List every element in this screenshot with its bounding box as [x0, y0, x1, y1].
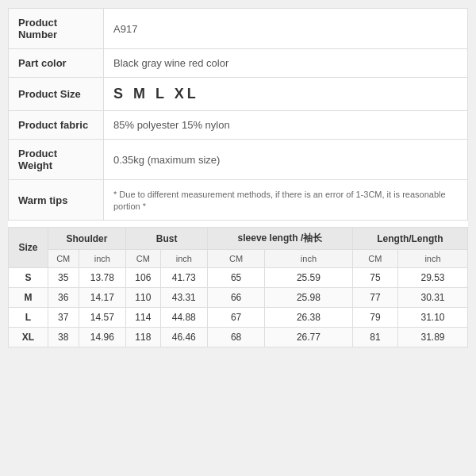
size-cell: L: [9, 308, 48, 328]
size-cell: 67: [208, 308, 265, 328]
size-cell: 31.89: [398, 328, 468, 347]
size-cell: S: [9, 268, 48, 288]
size-cell: 35: [48, 268, 79, 288]
size-cell: 79: [352, 308, 397, 328]
length-inch: inch: [398, 250, 468, 268]
size-cell: 14.17: [79, 288, 126, 308]
size-value: S M L XL: [113, 86, 199, 102]
shoulder-cm: CM: [48, 250, 79, 268]
info-value: * Due to different measurement methods, …: [104, 180, 468, 221]
unit-row: CM inch CM inch CM inch CM inch: [9, 250, 468, 268]
size-cell: 41.73: [160, 268, 208, 288]
bust-cm: CM: [126, 250, 160, 268]
size-cell: M: [9, 288, 48, 308]
size-cell: 14.57: [79, 308, 126, 328]
size-cell: 13.78: [79, 268, 126, 288]
size-cell: 68: [208, 328, 265, 347]
info-value: S M L XL: [104, 78, 468, 111]
info-row: Warm tips* Due to different measurement …: [9, 180, 468, 221]
size-data-row: S3513.7810641.736525.597529.53: [9, 268, 468, 288]
size-data-row: XL3814.9611846.466826.778131.89: [9, 328, 468, 347]
size-cell: 38: [48, 328, 79, 347]
col-shoulder-header: Shoulder: [48, 228, 125, 250]
size-cell: 26.77: [265, 328, 353, 347]
size-cell: 75: [352, 268, 397, 288]
info-row: Part colorBlack gray wine red color: [9, 49, 468, 78]
col-sleeve-header: sleeve length /袖长: [208, 228, 353, 250]
size-cell: 110: [126, 288, 160, 308]
shoulder-inch: inch: [79, 250, 126, 268]
size-cell: 25.59: [265, 268, 353, 288]
info-label: Product fabric: [9, 111, 104, 140]
info-label: Product Number: [9, 9, 104, 49]
size-cell: 46.46: [160, 328, 208, 347]
sleeve-cm: CM: [208, 250, 265, 268]
size-cell: 106: [126, 268, 160, 288]
info-value: A917: [104, 9, 468, 49]
size-cell: 114: [126, 308, 160, 328]
info-row: Product fabric85% polyester 15% nylon: [9, 111, 468, 140]
info-label: Product Weight: [9, 140, 104, 180]
size-cell: 44.88: [160, 308, 208, 328]
size-cell: 25.98: [265, 288, 353, 308]
info-label: Part color: [9, 49, 104, 78]
bust-inch: inch: [160, 250, 208, 268]
size-cell: 30.31: [398, 288, 468, 308]
info-value: Black gray wine red color: [104, 49, 468, 78]
length-cm: CM: [352, 250, 397, 268]
size-cell: 29.53: [398, 268, 468, 288]
size-cell: 77: [352, 288, 397, 308]
size-cell: 66: [208, 288, 265, 308]
warm-tips-value: * Due to different measurement methods, …: [113, 190, 446, 211]
size-cell: 65: [208, 268, 265, 288]
size-chart-table: Size Shoulder Bust sleeve length /袖长 Len…: [8, 227, 468, 347]
size-cell: 81: [352, 328, 397, 347]
info-label: Warm tips: [9, 180, 104, 221]
product-info-table: Product NumberA917Part colorBlack gray w…: [8, 8, 468, 221]
size-cell: 37: [48, 308, 79, 328]
info-label: Product Size: [9, 78, 104, 111]
size-cell: 118: [126, 328, 160, 347]
col-bust-header: Bust: [126, 228, 208, 250]
info-value: 0.35kg (maximum size): [104, 140, 468, 180]
size-data-row: M3614.1711043.316625.987730.31: [9, 288, 468, 308]
col-size-header: Size: [9, 228, 48, 268]
size-header-row: Size Shoulder Bust sleeve length /袖长 Len…: [9, 228, 468, 250]
size-cell: 31.10: [398, 308, 468, 328]
main-container: Product NumberA917Part colorBlack gray w…: [8, 8, 468, 347]
size-cell: 14.96: [79, 328, 126, 347]
size-cell: 43.31: [160, 288, 208, 308]
info-row: Product Weight0.35kg (maximum size): [9, 140, 468, 180]
size-data-row: L3714.5711444.886726.387931.10: [9, 308, 468, 328]
size-cell: XL: [9, 328, 48, 347]
sleeve-inch: inch: [265, 250, 353, 268]
info-value: 85% polyester 15% nylon: [104, 111, 468, 140]
info-row: Product NumberA917: [9, 9, 468, 49]
size-cell: 26.38: [265, 308, 353, 328]
size-cell: 36: [48, 288, 79, 308]
col-length-header: Length/Length: [352, 228, 467, 250]
info-row: Product SizeS M L XL: [9, 78, 468, 111]
